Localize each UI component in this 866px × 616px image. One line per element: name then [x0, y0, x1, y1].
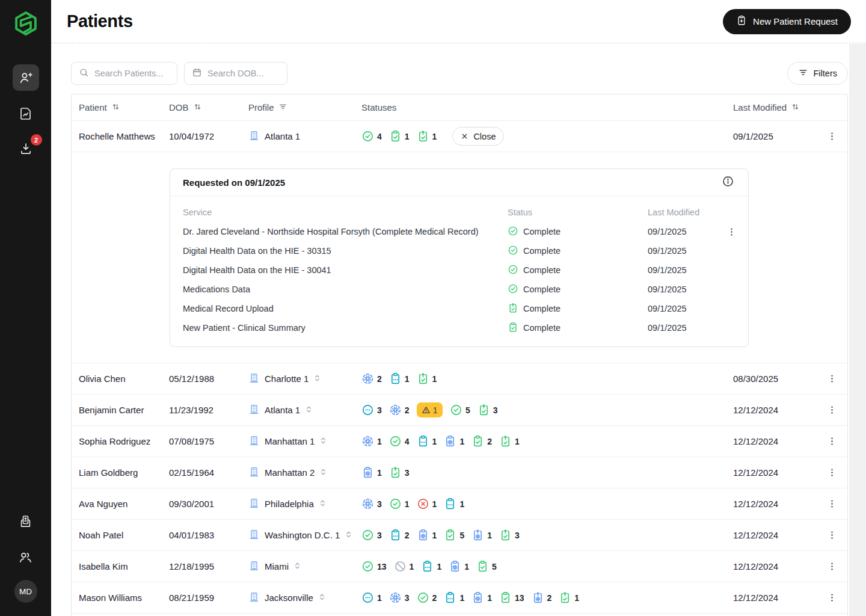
table-header: Patient DOB Profile Statuses Last Modifi… — [72, 94, 847, 121]
status-clipboard-dots: 1 — [421, 560, 441, 573]
profile-cell[interactable]: Atlanta 1 — [248, 404, 361, 417]
status-clipboard-upload-check: 1 — [417, 130, 437, 143]
kebab-icon — [827, 374, 837, 384]
row-menu-button[interactable] — [825, 528, 840, 543]
row-menu-button[interactable] — [825, 559, 840, 574]
search-icon — [79, 67, 89, 80]
table-row[interactable]: Sophia Rodriguez 07/08/1975 Manhattan 1 … — [72, 426, 847, 457]
profile-cell[interactable]: Washington D.C. 1 — [248, 529, 361, 542]
clipboard-check-icon — [476, 560, 489, 573]
service-status: Complete — [508, 264, 648, 277]
profile-selector-icon[interactable] — [345, 530, 352, 540]
service-status: Complete — [508, 283, 648, 296]
row-menu-button[interactable] — [825, 465, 840, 480]
circle-gear-icon — [389, 404, 402, 416]
row-menu-button[interactable] — [825, 402, 840, 417]
profile-selector-icon[interactable] — [319, 499, 327, 509]
profile-selector-icon[interactable] — [305, 405, 313, 415]
profile-selector-icon[interactable] — [293, 561, 301, 571]
table-row[interactable]: Benjamin Carter 11/23/1992 Atlanta 1 321… — [72, 395, 847, 426]
clipboard-upload-check-icon — [559, 591, 571, 604]
sidebar-item-facility[interactable] — [13, 508, 39, 534]
table-row[interactable]: Ava Nguyen 09/30/2001 Philadelphia 3111 … — [72, 488, 847, 520]
close-expanded-button[interactable]: Close — [452, 127, 504, 146]
table-row[interactable]: Mason Williams 08/21/1959 Jacksonville 1… — [72, 582, 847, 614]
column-header-last-modified[interactable]: Last Modified — [733, 102, 825, 113]
service-name: Dr. Jared Cleveland - Northside Hospital… — [183, 227, 508, 236]
circle-check-icon — [508, 283, 518, 294]
row-menu-button[interactable] — [825, 371, 840, 386]
table-row[interactable]: Liam Goldberg 02/15/1964 Manhattan 2 13 … — [72, 457, 847, 488]
building-icon — [248, 560, 260, 573]
table-row[interactable] — [72, 614, 847, 616]
profile-cell[interactable]: Atlanta 1 — [248, 130, 361, 143]
new-patient-request-label: New Patient Request — [753, 16, 838, 26]
patient-dob: 05/12/1988 — [169, 374, 248, 384]
row-menu-button[interactable] — [825, 496, 840, 511]
close-x-icon — [461, 132, 468, 140]
clipboard-upload-gear-icon — [471, 529, 484, 541]
sidebar-item-team[interactable] — [13, 544, 39, 570]
kebab-icon — [726, 227, 737, 237]
scrollbar-gutter[interactable] — [849, 44, 866, 616]
search-dob-box[interactable] — [184, 62, 287, 85]
filters-button[interactable]: Filters — [787, 62, 848, 85]
sidebar-item-downloads[interactable]: 2 — [13, 137, 39, 163]
profile-selector-icon[interactable] — [319, 467, 327, 478]
column-header-profile[interactable]: Profile — [248, 102, 361, 113]
search-patients-input[interactable] — [94, 69, 170, 78]
profile-cell[interactable]: Jacksonville — [248, 591, 361, 605]
panel-title: Requested on 09/1/2025 — [183, 177, 285, 188]
last-modified: 12/12/2024 — [733, 561, 825, 571]
kebab-icon — [827, 467, 837, 478]
last-modified: 09/1/2025 — [733, 131, 825, 141]
service-menu-button[interactable] — [724, 224, 739, 239]
user-avatar[interactable]: MD — [14, 580, 37, 603]
service-last-modified: 09/1/2025 — [648, 323, 724, 333]
profile-selector-icon[interactable] — [319, 436, 327, 446]
row-menu-button[interactable] — [825, 434, 840, 449]
column-header-dob[interactable]: DOB — [169, 102, 248, 113]
profile-cell[interactable]: Manhattan 2 — [248, 466, 361, 479]
clipboard-dots-icon — [389, 529, 402, 541]
profile-selector-icon[interactable] — [313, 374, 321, 384]
search-patients-box[interactable] — [71, 62, 177, 85]
column-header-statuses: Statuses — [361, 102, 733, 112]
service-row: Digital Health Data on the HIE - 30041 C… — [170, 260, 748, 280]
status-clipboard-check: 2 — [471, 435, 492, 448]
circle-check-icon — [450, 404, 462, 416]
kebab-icon — [827, 593, 837, 603]
circle-check-icon — [389, 497, 402, 510]
column-header-patient[interactable]: Patient — [79, 102, 169, 113]
row-menu-button[interactable] — [825, 590, 840, 605]
patient-name: Rochelle Matthews — [79, 131, 169, 141]
circle-x-icon — [417, 497, 429, 510]
info-button[interactable] — [722, 175, 734, 189]
status-circle-check: 13 — [361, 560, 387, 573]
profile-cell[interactable]: Philadelphia — [248, 497, 361, 511]
profile-selector-icon[interactable] — [318, 593, 326, 603]
sidebar-item-reports[interactable] — [13, 100, 39, 127]
profile-name: Charlotte 1 — [265, 374, 309, 384]
patient-dob: 11/23/1992 — [169, 405, 248, 415]
profile-cell[interactable]: Manhattan 1 — [248, 435, 361, 448]
table-row[interactable]: Olivia Chen 05/12/1988 Charlotte 1 211 0… — [72, 363, 847, 395]
brand-logo-icon[interactable] — [11, 9, 40, 38]
status-circle-gear: 3 — [361, 497, 382, 510]
table-row[interactable]: Isabella Kim 12/18/1995 Miami 131115 12/… — [72, 551, 847, 582]
circle-check-icon — [389, 435, 402, 448]
warning-icon — [422, 405, 431, 414]
status-circle-gear: 1 — [361, 435, 382, 448]
table-row[interactable]: Rochelle Matthews 10/04/1972 Atlanta 1 4… — [72, 121, 847, 152]
profile-cell[interactable]: Charlotte 1 — [248, 372, 361, 386]
page-title: Patients — [67, 11, 133, 31]
clipboard-upload-gear-icon — [532, 591, 544, 604]
service-last-modified: 09/1/2025 — [648, 265, 724, 275]
row-menu-button[interactable] — [825, 129, 840, 144]
building-icon — [248, 435, 260, 448]
new-patient-request-button[interactable]: New Patient Request — [723, 9, 851, 34]
profile-cell[interactable]: Miami — [248, 560, 361, 573]
table-row[interactable]: Noah Patel 04/01/1983 Washington D.C. 1 … — [72, 520, 847, 551]
search-dob-input[interactable] — [207, 69, 280, 78]
sidebar-item-patients[interactable] — [13, 64, 39, 91]
